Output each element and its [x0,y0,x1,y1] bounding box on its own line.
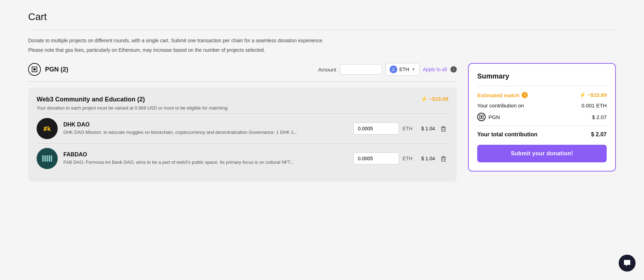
amount-label: Amount [318,67,336,73]
pgn-icon-svg [31,66,38,73]
dhk-token-label: ETH [403,126,414,131]
header-divider [28,30,616,30]
project-item-dhk: #k DHK DAO DHK DAO Mission: to educate m… [37,113,448,143]
estimated-match-value: ⚡ ~$15.89 [579,92,607,98]
pgn-sm-svg [479,115,484,119]
amount-section: Amount Ξ ETH ▼ Apply to all i [318,63,457,76]
estimated-match-info-icon[interactable]: i [522,92,528,98]
round-title: Web3 Community and Education (2) [37,96,229,103]
round-match: ⚡ ~$15.89 [421,96,448,102]
fabdao-description: FAB DAO, Formosa Art Bank DAO, aims to b… [63,159,348,166]
dhk-info: DHK DAO DHK DAO Mission: to educate mugg… [63,122,348,136]
svg-rect-14 [51,155,52,162]
main-layout: PGN (2) Amount Ξ ETH ▼ Apply to all i [28,63,616,182]
amount-input[interactable] [340,64,382,75]
total-row: Your total contribution $ 2.07 [477,131,607,138]
svg-rect-6 [443,126,444,127]
dhk-right: ETH $ 1.04 [353,123,448,135]
svg-rect-12 [46,155,48,162]
total-divider [477,125,607,126]
chain-name: PGN (2) [45,66,68,73]
summary-card: Summary Estimated match i ⚡ ~$15.89 Your… [468,63,616,172]
svg-rect-13 [49,155,50,162]
svg-rect-4 [442,127,445,131]
fabdao-logo-svg [38,150,56,167]
svg-rect-21 [481,116,482,118]
estimated-match-text: Estimated match [477,92,519,98]
dhk-logo-svg: #k [38,120,56,137]
apply-to-all-button[interactable]: Apply to all [423,67,447,72]
round-subtitle: Your donation to each project must be va… [37,105,229,111]
svg-rect-15 [442,157,445,161]
pgn-small-icon [477,113,486,121]
chevron-down-icon: ▼ [411,67,416,72]
fabdao-name: FABDAO [63,151,348,158]
pgn-value: $ 2.07 [592,114,607,120]
eth-icon: Ξ [390,66,397,73]
fabdao-info: FABDAO FAB DAO, Formosa Art Bank DAO, ai… [63,151,348,166]
contribution-on-row: Your contribution on 0.001 ETH [477,102,607,108]
contribution-on-label: Your contribution on [477,102,524,108]
svg-rect-11 [44,155,46,162]
description-line1: Donate to multiple projects on different… [28,37,616,44]
left-panel: PGN (2) Amount Ξ ETH ▼ Apply to all i [28,63,457,182]
trash-icon [440,155,447,162]
pgn-label: PGN [488,114,500,120]
svg-text:#k: #k [43,125,51,132]
dhk-amount-input[interactable] [353,123,399,135]
token-label-select: ETH [399,67,409,72]
pgn-contribution-row: PGN $ 2.07 [477,113,607,121]
fabdao-amount-input[interactable] [353,153,399,164]
total-label: Your total contribution [477,131,537,138]
dhk-name: DHK DAO [63,122,348,128]
trash-icon [440,125,447,132]
svg-rect-17 [443,156,444,157]
pgn-left: PGN [477,113,500,121]
chat-icon [623,259,631,267]
submit-donation-button[interactable]: Submit your donation! [477,145,607,162]
svg-rect-10 [42,155,44,162]
dhk-usd-amount: $ 1.04 [417,126,435,131]
fabdao-usd-amount: $ 1.04 [417,156,435,161]
dhk-description: DHK DAO Mission: to educate muggles on b… [63,129,348,136]
chain-divider [28,81,457,82]
fabdao-avatar [37,148,58,169]
info-icon[interactable]: i [450,66,457,73]
fabdao-right: ETH $ 1.04 [353,153,448,164]
fabdao-token-label: ETH [403,156,414,161]
page-title: Cart [28,11,616,23]
total-value: $ 2.07 [591,131,607,138]
pgn-chain-icon [28,63,41,76]
svg-rect-1 [33,68,36,70]
dhk-delete-button[interactable] [438,124,448,133]
summary-title: Summary [477,72,607,80]
summary-divider [477,86,607,86]
fabdao-delete-button[interactable] [438,154,448,163]
estimated-match-row: Estimated match i ⚡ ~$15.89 [477,92,607,98]
estimated-match-label: Estimated match i [477,92,528,98]
dhk-avatar: #k [37,118,58,139]
chain-header: PGN (2) Amount Ξ ETH ▼ Apply to all i [28,63,457,76]
contribution-on-value: 0.001 ETH [581,102,607,108]
description-line2: Please note that gas fees, particularly … [28,46,616,54]
right-panel: Summary Estimated match i ⚡ ~$15.89 Your… [468,63,616,172]
round-card: Web3 Community and Education (2) Your do… [28,87,457,182]
project-item-fabdao: FABDAO FAB DAO, Formosa Art Bank DAO, ai… [37,143,448,173]
chat-bubble-button[interactable] [619,255,636,272]
token-select[interactable]: Ξ ETH ▼ [386,63,419,76]
